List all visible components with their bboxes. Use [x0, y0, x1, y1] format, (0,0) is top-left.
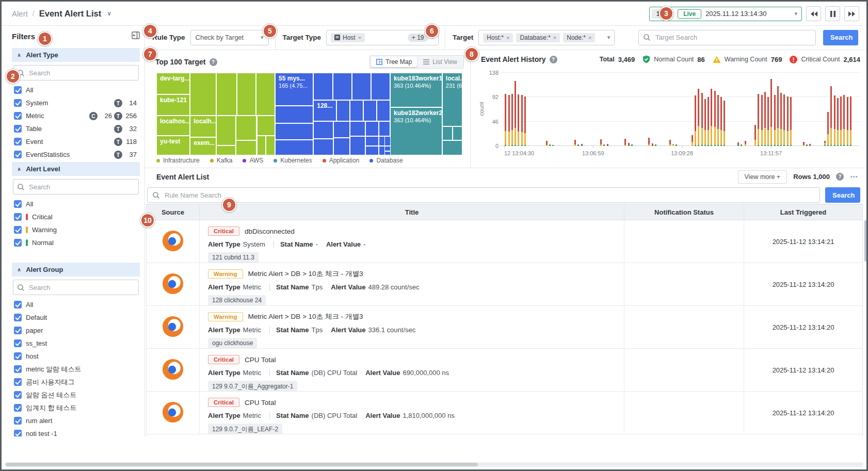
checkbox-checked-icon[interactable]: [14, 226, 22, 234]
checkbox-checked-icon[interactable]: [14, 301, 22, 308]
section-header-alert-level[interactable]: Alert Level: [12, 162, 140, 176]
treemap-cell[interactable]: [313, 139, 333, 155]
filter-item--[interactable]: 임계치 합 테스트: [12, 401, 140, 414]
treemap-cell-kube183worker1[interactable]: kube183worker1363 (10.464%): [390, 73, 442, 107]
treemap-cell[interactable]: [350, 100, 363, 122]
filter-item--[interactable]: 알람 옵션 테스트: [12, 388, 140, 401]
section-search-field[interactable]: [13, 179, 139, 194]
filter-item-table[interactable]: TableT32: [12, 122, 140, 135]
filter-item-all[interactable]: All: [12, 84, 140, 96]
checkbox-checked-icon[interactable]: [14, 391, 22, 399]
checkbox-checked-icon[interactable]: [14, 138, 22, 145]
table-row[interactable]: Critical dbDisconnected Alert TypeSystem…: [147, 220, 862, 263]
treemap-cell[interactable]: [256, 73, 275, 116]
table-row[interactable]: Warning Metric Alert > DB > 10초 체크 - 개별3…: [147, 306, 862, 349]
treemap-cell[interactable]: [216, 73, 237, 116]
section-header-alert-type[interactable]: Alert Type: [12, 48, 140, 62]
treemap-cell[interactable]: [333, 73, 352, 100]
column-header-last-triggered[interactable]: Last Triggered: [744, 204, 862, 220]
treemap-cell-55-mys-[interactable]: 55 mys...165 (4.75...: [275, 73, 313, 106]
rule-type-select[interactable]: Check by Target: [190, 30, 269, 45]
section-search-field[interactable]: [13, 280, 139, 295]
treemap-cell[interactable]: [266, 136, 275, 155]
horizontal-scrollbar[interactable]: [5, 462, 863, 467]
table-row[interactable]: Critical CPU Total Alert TypeMetric Stat…: [147, 392, 862, 434]
column-header-notification-status[interactable]: Notification Status: [624, 204, 744, 220]
treemap-cell-kube-121[interactable]: kube-121: [156, 94, 190, 116]
filter-item-normal[interactable]: Normal: [12, 236, 140, 249]
filter-item--[interactable]: 콤비 사용자태그: [12, 376, 140, 388]
treemap-cell[interactable]: [365, 121, 378, 136]
filter-item-system[interactable]: SystemT14: [12, 96, 140, 109]
checkbox-checked-icon[interactable]: [14, 99, 22, 107]
section-search-input[interactable]: [28, 283, 134, 292]
treemap-cell[interactable]: [350, 136, 365, 155]
target-search-field[interactable]: [638, 30, 816, 45]
live-badge[interactable]: Live: [678, 9, 701, 19]
checkbox-checked-icon[interactable]: [14, 327, 22, 334]
collapse-panel-icon[interactable]: [132, 31, 140, 41]
treemap-cell[interactable]: [363, 100, 377, 122]
filter-item-warning[interactable]: Warning: [12, 223, 140, 236]
fast-forward-button[interactable]: [844, 6, 859, 21]
tree-map-toggle-button[interactable]: Tree Map: [371, 57, 417, 67]
filter-item-all[interactable]: All: [12, 198, 140, 210]
treemap-cell[interactable]: [275, 106, 313, 123]
treemap-cell[interactable]: [236, 140, 256, 155]
checkbox-checked-icon[interactable]: [14, 112, 22, 120]
checkbox-checked-icon[interactable]: [14, 378, 22, 386]
filter-item-metric-[interactable]: metric 알람 테스트: [12, 363, 140, 376]
breadcrumb-parent[interactable]: Alert: [12, 9, 28, 18]
treemap-cell[interactable]: [216, 145, 236, 155]
table-row[interactable]: Warning Metric Alert > DB > 10초 체크 - 개별3…: [147, 263, 862, 306]
filter-item-all[interactable]: All: [12, 298, 140, 311]
checkbox-checked-icon[interactable]: [14, 404, 22, 412]
treemap-cell-dev-targ-[interactable]: dev-targ...: [156, 73, 190, 94]
checkbox-checked-icon[interactable]: [14, 213, 22, 221]
filter-item-critical[interactable]: Critical: [12, 210, 140, 223]
treemap-cell[interactable]: [313, 121, 333, 139]
rule-name-search-input[interactable]: [164, 191, 814, 200]
column-header-source[interactable]: Source: [147, 204, 200, 220]
treemap-cell[interactable]: [352, 73, 371, 100]
section-header-alert-group[interactable]: Alert Group: [12, 263, 140, 277]
treemap-cell[interactable]: [257, 136, 266, 155]
target-type-select[interactable]: Host + 19: [326, 30, 439, 45]
list-view-toggle-button[interactable]: List View: [418, 57, 462, 67]
chevron-down-icon[interactable]: [107, 10, 111, 17]
filter-item-paper[interactable]: paper: [12, 324, 140, 337]
treemap-cell[interactable]: [442, 140, 462, 155]
checkbox-checked-icon[interactable]: [14, 417, 22, 425]
treemap-cell[interactable]: [313, 73, 332, 100]
treemap-cell[interactable]: [333, 138, 350, 155]
help-icon[interactable]: [210, 58, 217, 66]
treemap-cell[interactable]: [377, 100, 390, 122]
rule-name-search-field[interactable]: [147, 187, 820, 203]
more-chips-badge[interactable]: + 19: [408, 34, 428, 42]
table-scrollbar[interactable]: [864, 220, 867, 262]
chip-remove-icon[interactable]: [553, 35, 556, 41]
chevron-down-icon[interactable]: [794, 10, 797, 17]
rewind-button[interactable]: [806, 6, 821, 21]
section-search-input[interactable]: [28, 183, 134, 191]
help-icon[interactable]: [836, 173, 844, 181]
pause-button[interactable]: [825, 6, 840, 21]
treemap-cell-local-[interactable]: local...231 (6...: [442, 73, 462, 126]
checkbox-checked-icon[interactable]: [14, 151, 22, 158]
treemap-cell[interactable]: [190, 73, 216, 116]
treemap-cell[interactable]: [275, 140, 313, 155]
checkbox-checked-icon[interactable]: [14, 352, 22, 360]
checkbox-checked-icon[interactable]: [14, 339, 22, 347]
treemap-cell[interactable]: [371, 73, 390, 100]
treemap-cell[interactable]: [275, 123, 313, 140]
treemap-cell-kube182worker2[interactable]: kube182worker2363 (10.464%): [390, 107, 442, 155]
treemap-cell[interactable]: [379, 121, 391, 136]
view-more-button[interactable]: View more +: [738, 170, 787, 184]
checkbox-checked-icon[interactable]: [14, 430, 22, 436]
treemap-cell[interactable]: [365, 136, 378, 146]
checkbox-checked-icon[interactable]: [14, 200, 22, 208]
checkbox-checked-icon[interactable]: [14, 125, 22, 133]
target-select[interactable]: Host:* Database:* Node:*: [478, 30, 615, 45]
filter-item-metric[interactable]: MetricC26T256: [12, 109, 140, 122]
filter-item-noti-test-1[interactable]: noti test -1: [12, 427, 140, 436]
